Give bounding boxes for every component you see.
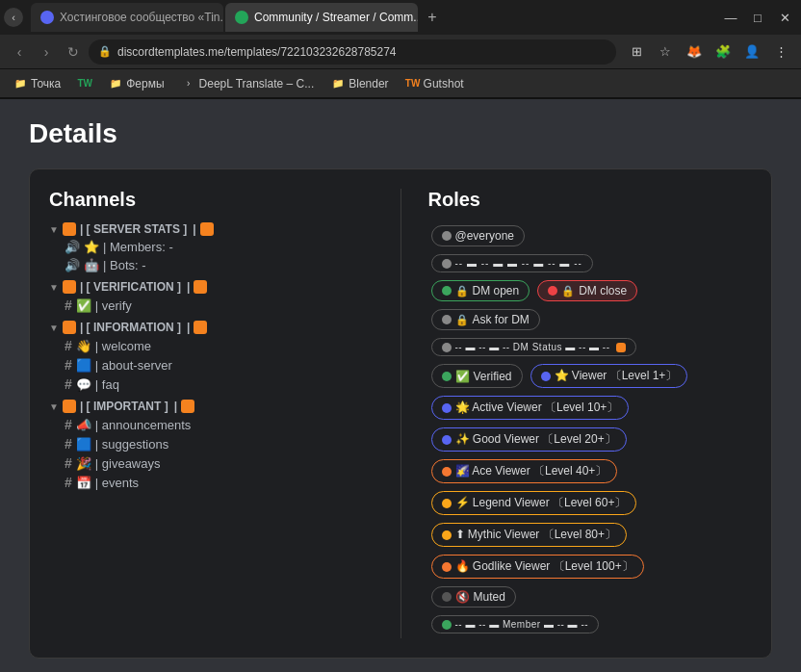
tab-2[interactable]: Community / Streamer / Comm... ✕ [225, 3, 418, 32]
bookmark2-icon: TW [78, 77, 91, 90]
minimize-btn[interactable]: — [718, 5, 743, 30]
badge-information2 [194, 321, 207, 334]
bookmark6-icon: TW [406, 77, 420, 90]
role-muted: 🔇 Muted [431, 586, 516, 607]
hash-giveaways: # [65, 455, 72, 471]
channel-verify-label: | verify [95, 298, 132, 313]
role-legend-viewer-label: ⚡ Legend Viewer 〔Level 60+〕 [455, 495, 627, 511]
role-dm-close-label: DM close [579, 284, 627, 297]
badge-server-stats2: | [193, 222, 195, 236]
mute-icon: 🔇 [455, 590, 470, 604]
hash-announcements: # [65, 417, 72, 432]
badge-important [63, 400, 76, 413]
giveaway-icon: 🎉 [76, 456, 91, 471]
dot-dm-open [442, 286, 452, 296]
sep-verification: | [187, 280, 190, 294]
chevron-important: ▼ [49, 401, 59, 412]
dot-muted [442, 592, 452, 602]
dot-everyone [442, 231, 452, 241]
forward-btn[interactable]: › [35, 40, 58, 64]
dot-godlike-viewer [442, 562, 452, 572]
dot-dm-close [548, 286, 557, 296]
badge-server-stats [63, 222, 76, 236]
channel-welcome-label: | welcome [95, 339, 151, 353]
translate-icon[interactable]: ⊞ [624, 39, 649, 65]
menu-icon[interactable]: ⋮ [768, 39, 793, 65]
voice-icon-members: 🔊 [65, 240, 80, 254]
bookmark-2[interactable]: TW [72, 75, 97, 92]
chevron-server-stats: ▼ [49, 224, 59, 235]
bookmark-6[interactable]: TW Gutshot [400, 75, 470, 92]
role-mythic-viewer: ⬆ Mythic Viewer 〔Level 80+〕 [431, 523, 628, 547]
announce-icon: 📣 [76, 418, 91, 432]
page-title: Details [29, 118, 772, 149]
profile-icon[interactable]: 🦊 [682, 39, 707, 65]
close-btn[interactable]: ✕ [772, 5, 797, 30]
category-verification: ▼ | [ VERIFICATION ] | [49, 280, 374, 294]
bookmark-icon[interactable]: ☆ [653, 39, 678, 65]
tab-1[interactable]: Хостинговое сообщество «Tin... ✕ [31, 3, 223, 32]
dot-active-viewer [442, 403, 452, 413]
tab1-label: Хостинговое сообщество «Tin... [60, 11, 223, 24]
role-viewer-1-label: ⭐ Viewer 〔Level 1+〕 [555, 368, 678, 384]
roles-col: Roles @everyone -- ▬ -- ▬ ▬ -- ▬ -- ▬ -- [428, 189, 753, 638]
bookmark-4[interactable]: › DeepL Translate – C... [176, 75, 321, 92]
role-row-dm: 🔒 DM open 🔒 DM close [428, 277, 753, 304]
sep-important: | [174, 400, 177, 413]
address-bar[interactable]: 🔒 discordtemplates.me/templates/72210323… [89, 39, 616, 65]
role-row-sep1: -- ▬ -- ▬ ▬ -- ▬ -- ▬ -- [428, 251, 753, 275]
dot-viewer-1 [541, 372, 551, 381]
channel-faq: # 💬 | faq [49, 375, 374, 394]
role-dm-status-label: -- ▬ -- ▬ -- DM Status ▬ -- ▬ -- [455, 342, 610, 352]
category-server-stats: ▼ | [ SERVER STATS ] | [49, 222, 374, 236]
category-important: ▼ | [ IMPORTANT ] | [49, 400, 374, 413]
bookmark3-icon: 📁 [109, 77, 122, 90]
new-tab-btn[interactable]: + [420, 5, 445, 30]
bookmark4-label: DeepL Translate – C... [199, 77, 315, 90]
bookmark5-label: Blender [349, 77, 388, 90]
category-information-label: | [ INFORMATION ] [80, 321, 181, 334]
badge-verification [63, 280, 76, 294]
badge-verification2 [194, 280, 207, 294]
bookmark-5[interactable]: 📁 Blender [325, 75, 394, 92]
role-row-godlike: 🔥 Godlike Viewer 〔Level 100+〕 [428, 552, 753, 582]
bookmark3-label: Фермы [126, 77, 164, 90]
channel-events-label: | events [95, 476, 139, 490]
role-ace-viewer: 🌠 Ace Viewer 〔Level 40+〕 [431, 459, 618, 483]
maximize-btn[interactable]: □ [745, 5, 770, 30]
dot-ask-dm [442, 315, 452, 324]
category-verification-label: | [ VERIFICATION ] [80, 280, 181, 294]
tab1-favicon [40, 11, 54, 24]
lock-dm-close: 🔒 [561, 285, 575, 297]
tab-controls: ‹ [4, 8, 23, 27]
bookmark1-label: Точка [31, 77, 61, 90]
hash-welcome: # [65, 338, 72, 353]
bookmark-1[interactable]: 📁 Точка [8, 75, 66, 92]
role-legend-viewer: ⚡ Legend Viewer 〔Level 60+〕 [431, 491, 637, 515]
bookmark-3[interactable]: 📁 Фермы [103, 75, 169, 92]
channel-members-label: | Members: - [103, 240, 173, 254]
bookmark6-label: Gutshot [424, 77, 464, 90]
role-active-viewer: 🌟 Active Viewer 〔Level 10+〕 [431, 396, 630, 420]
bookmark5-icon: 📁 [331, 77, 345, 90]
role-member: -- ▬ -- ▬ Member ▬ -- ▬ -- [431, 615, 600, 633]
dot-mythic-viewer [442, 530, 452, 540]
back-btn[interactable]: ‹ [8, 40, 31, 64]
channel-suggestions-label: | suggestions [95, 437, 168, 452]
hash-events: # [65, 475, 72, 490]
dot-legend-viewer [442, 499, 452, 508]
role-good-viewer-label: ✨ Good Viewer 〔Level 20+〕 [455, 431, 616, 448]
dot-verified [442, 372, 452, 381]
role-dm-open-label: DM open [473, 284, 520, 297]
refresh-btn[interactable]: ↻ [62, 40, 85, 64]
check-verified: ✅ [455, 370, 470, 383]
dot-dm-status [442, 343, 452, 352]
extensions-icon[interactable]: 🧩 [711, 39, 736, 65]
dot-ace-viewer [442, 467, 452, 477]
channels-col: Channels ▼ | [ SERVER STATS ] | 🔊 ⭐ | Me… [49, 189, 374, 638]
lock-dm-open: 🔒 [455, 285, 469, 297]
role-ace-viewer-label: 🌠 Ace Viewer 〔Level 40+〕 [455, 463, 607, 479]
events-icon: 📅 [76, 476, 91, 490]
user-icon[interactable]: 👤 [739, 39, 764, 65]
tab-back-btn[interactable]: ‹ [4, 8, 23, 27]
